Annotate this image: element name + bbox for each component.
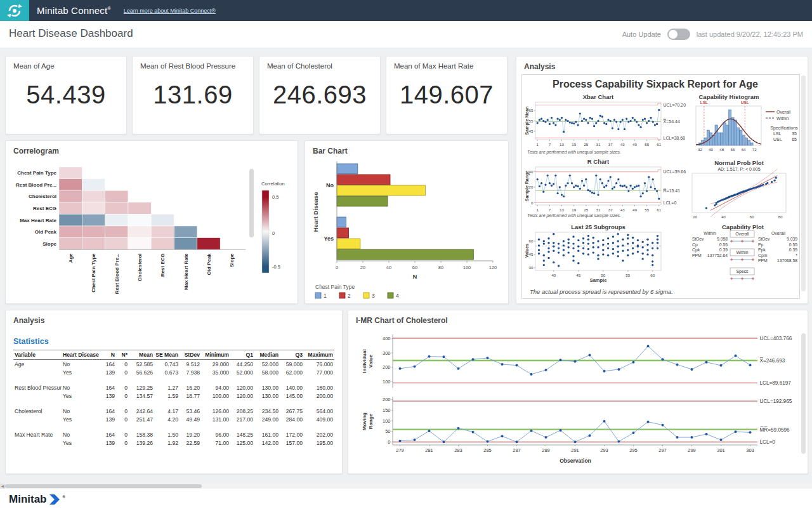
svg-text:0: 0 [531, 201, 534, 205]
imr-chart: IndividualValue100200300400UCL=403.766X̅… [353, 328, 800, 473]
svg-text:299: 299 [688, 447, 696, 453]
svg-text:The actual process spread is r: The actual process spread is represented… [530, 288, 673, 295]
svg-text:Age: Age [68, 253, 74, 263]
svg-text:R Chart: R Chart [587, 158, 610, 165]
svg-text:Overall: Overall [771, 231, 786, 235]
svg-text:Within: Within [776, 116, 789, 121]
svg-text:43: 43 [620, 208, 625, 212]
minitab-footer-logo: Minitab ® [9, 493, 65, 506]
svg-text:Slope: Slope [229, 253, 235, 267]
horizontal-scrollbar[interactable]: ◀ [0, 484, 812, 489]
svg-text:65: 65 [529, 108, 534, 112]
svg-text:X̅=246.693: X̅=246.693 [759, 357, 785, 364]
svg-text:49: 49 [632, 208, 637, 212]
svg-text:7: 7 [549, 142, 551, 147]
svg-text:Range: Range [368, 413, 374, 429]
svg-text:200: 200 [383, 364, 391, 370]
imr-scrollbar[interactable] [801, 333, 806, 454]
kpi-card-age: Mean of Age 54.439 [5, 56, 127, 135]
svg-text:Cp: Cp [692, 242, 698, 248]
dashboard-header: Heart Disease Dashboard Auto Update last… [0, 21, 812, 48]
svg-text:Capability Plot: Capability Plot [722, 223, 764, 230]
svg-text:Rest Blood Pre...: Rest Blood Pre... [114, 253, 120, 294]
svg-text:0: 0 [336, 265, 338, 270]
svg-text:LSL: LSL [773, 131, 782, 136]
svg-text:60: 60 [750, 215, 754, 219]
svg-text:40: 40 [529, 169, 534, 174]
learn-more-link[interactable]: Learn more about Minitab Connect® [124, 8, 216, 14]
svg-text:300: 300 [383, 350, 391, 356]
minitab-connect-logo-icon [0, 0, 29, 21]
statistics-subtitle[interactable]: Statistics [13, 337, 49, 346]
svg-text:45: 45 [529, 129, 534, 133]
svg-text:283: 283 [454, 447, 462, 453]
svg-text:25: 25 [584, 208, 588, 212]
svg-text:Within: Within [704, 231, 716, 235]
sixpack-report-box: Process Capability Sixpack Report for Ag… [521, 74, 800, 299]
svg-text:293: 293 [600, 447, 608, 453]
svg-text:45: 45 [576, 273, 580, 277]
svg-text:19: 19 [572, 142, 576, 147]
panel-title: I-MR Chart of Cholesterol [356, 316, 448, 325]
kpi-value: 246.693 [259, 81, 380, 109]
svg-text:LSL: LSL [700, 100, 708, 105]
correlogram-chart: Chest Pain TypeRest Blood Pre...Choleste… [6, 141, 298, 306]
svg-text:30: 30 [529, 265, 534, 270]
svg-text:100: 100 [383, 379, 391, 385]
svg-text:*: * [796, 253, 797, 258]
svg-text:9.039: 9.039 [787, 237, 797, 241]
svg-text:55: 55 [529, 119, 534, 123]
minitab-chevron-icon [49, 494, 60, 505]
svg-text:60: 60 [529, 239, 534, 243]
svg-text:0.39: 0.39 [789, 248, 797, 252]
statistics-panel: Analysis Statistics VariableHeart Diseas… [5, 310, 343, 474]
svg-text:0: 0 [272, 230, 275, 236]
svg-text:150: 150 [383, 407, 391, 413]
svg-text:65: 65 [792, 137, 797, 142]
correlogram-scrollbar[interactable] [249, 169, 254, 237]
svg-text:43: 43 [620, 142, 625, 147]
svg-text:55: 55 [645, 142, 649, 147]
svg-text:Last 25 Subgroups: Last 25 Subgroups [571, 223, 625, 230]
sixpack-chart: Process Capability Sixpack Report for Ag… [522, 75, 799, 301]
svg-text:137068.58: 137068.58 [777, 258, 797, 263]
kpi-card-rest-bp: Mean of Rest Blood Pressure 131.69 [132, 56, 254, 135]
svg-text:13: 13 [560, 142, 564, 147]
scroll-left-arrow-icon[interactable]: ◀ [0, 484, 5, 489]
auto-update-toggle[interactable] [667, 29, 690, 40]
svg-text:Ppk: Ppk [758, 248, 766, 253]
svg-text:StDev: StDev [692, 237, 704, 241]
svg-text:X̿=54.44: X̿=54.44 [663, 119, 680, 124]
kpi-label: Mean of Max Heart Rate [394, 62, 473, 70]
svg-text:45: 45 [529, 252, 534, 256]
imr-panel: I-MR Chart of Cholesterol IndividualValu… [348, 310, 808, 474]
svg-text:Chest Pain Type: Chest Pain Type [17, 170, 56, 176]
svg-text:UCL=403.766: UCL=403.766 [760, 336, 792, 341]
svg-text:Rest ECG: Rest ECG [33, 206, 56, 211]
svg-text:50: 50 [601, 273, 605, 277]
svg-text:UCL=70.20: UCL=70.20 [664, 103, 686, 107]
svg-text:Individual: Individual [362, 349, 367, 373]
svg-text:72: 72 [752, 147, 757, 152]
page-title: Heart Disease Dashboard [9, 27, 133, 40]
svg-text:Normal Prob Plot: Normal Prob Plot [714, 159, 764, 166]
svg-text:40: 40 [709, 147, 713, 152]
horizontal-scrollbar-thumb[interactable] [5, 484, 202, 488]
svg-text:13: 13 [560, 208, 564, 212]
correlogram-panel: Correlogram Chest Pain TypeRest Blood Pr… [5, 140, 298, 304]
svg-text:37: 37 [608, 208, 613, 212]
svg-text:281: 281 [425, 447, 433, 453]
sixpack-scrollbar[interactable] [801, 76, 806, 291]
svg-text:3: 3 [372, 293, 375, 299]
svg-text:100: 100 [383, 418, 391, 424]
dashboard-body: Mean of Age 54.439 Mean of Rest Blood Pr… [0, 48, 812, 484]
svg-text:Capability Histogram: Capability Histogram [698, 93, 759, 100]
svg-text:48: 48 [719, 147, 724, 152]
sixpack-panel: Analysis Process Capability Sixpack Repo… [516, 56, 808, 304]
svg-text:32: 32 [698, 147, 702, 152]
svg-text:Specs: Specs [737, 269, 749, 274]
svg-text:64: 64 [742, 147, 746, 152]
svg-text:Observation: Observation [560, 458, 591, 464]
svg-text:80: 80 [778, 215, 783, 219]
svg-text:279: 279 [396, 447, 404, 453]
